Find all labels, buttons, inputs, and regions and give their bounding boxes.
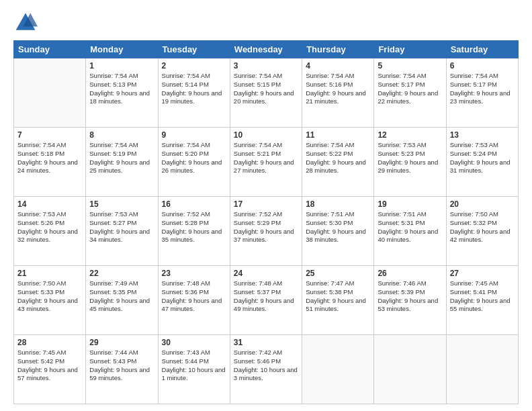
calendar-cell: 19Sunrise: 7:51 AMSunset: 5:31 PMDayligh… (374, 197, 446, 266)
day-number: 26 (378, 269, 442, 278)
day-number: 27 (450, 269, 515, 278)
sunset-text: Sunset: 5:37 PM (234, 288, 281, 295)
sunrise-text: Sunrise: 7:54 AM (89, 72, 138, 79)
sunset-text: Sunset: 5:23 PM (378, 150, 425, 157)
calendar-cell: 16Sunrise: 7:52 AMSunset: 5:28 PMDayligh… (158, 197, 230, 266)
daylight-text: Daylight: 9 hours and 40 minutes. (378, 228, 438, 244)
calendar-cell: 27Sunrise: 7:45 AMSunset: 5:41 PMDayligh… (446, 266, 518, 335)
day-header-friday: Friday (374, 41, 446, 58)
sunrise-text: Sunrise: 7:51 AM (378, 210, 426, 218)
day-number: 22 (89, 269, 154, 278)
day-number: 16 (162, 199, 226, 209)
sunset-text: Sunset: 5:18 PM (17, 150, 64, 157)
calendar-cell (14, 58, 86, 128)
sunset-text: Sunset: 5:38 PM (306, 288, 353, 295)
cell-content: Sunrise: 7:52 AMSunset: 5:28 PMDaylight:… (162, 210, 226, 244)
cell-content: Sunrise: 7:54 AMSunset: 5:13 PMDaylight:… (89, 72, 154, 106)
sunset-text: Sunset: 5:20 PM (162, 150, 209, 157)
daylight-text: Daylight: 9 hours and 34 minutes. (89, 228, 150, 244)
sunrise-text: Sunrise: 7:54 AM (378, 72, 426, 79)
calendar-cell: 24Sunrise: 7:48 AMSunset: 5:37 PMDayligh… (230, 266, 302, 335)
cell-content: Sunrise: 7:53 AMSunset: 5:26 PMDaylight:… (17, 210, 82, 244)
day-number: 4 (306, 61, 370, 71)
sunrise-text: Sunrise: 7:42 AM (234, 349, 282, 356)
sunrise-text: Sunrise: 7:46 AM (378, 279, 426, 287)
calendar-week-2: 7Sunrise: 7:54 AMSunset: 5:18 PMDaylight… (14, 128, 519, 197)
calendar-cell: 13Sunrise: 7:53 AMSunset: 5:24 PMDayligh… (446, 128, 518, 197)
calendar-cell (302, 335, 374, 404)
daylight-text: Daylight: 9 hours and 22 minutes. (378, 89, 438, 105)
cell-content: Sunrise: 7:51 AMSunset: 5:30 PMDaylight:… (306, 210, 370, 244)
daylight-text: Daylight: 9 hours and 19 minutes. (162, 89, 222, 105)
sunset-text: Sunset: 5:17 PM (378, 81, 425, 88)
cell-content: Sunrise: 7:54 AMSunset: 5:21 PMDaylight:… (234, 141, 298, 175)
sunrise-text: Sunrise: 7:48 AM (162, 279, 210, 287)
calendar-cell: 28Sunrise: 7:45 AMSunset: 5:42 PMDayligh… (14, 335, 86, 404)
calendar-cell: 8Sunrise: 7:54 AMSunset: 5:19 PMDaylight… (86, 128, 158, 197)
calendar-cell: 10Sunrise: 7:54 AMSunset: 5:21 PMDayligh… (230, 128, 302, 197)
sunset-text: Sunset: 5:31 PM (378, 219, 425, 226)
sunrise-text: Sunrise: 7:54 AM (450, 72, 498, 79)
day-number: 7 (17, 130, 82, 140)
day-number: 21 (17, 269, 82, 278)
calendar-cell: 23Sunrise: 7:48 AMSunset: 5:36 PMDayligh… (158, 266, 230, 335)
calendar-table: SundayMondayTuesdayWednesdayThursdayFrid… (13, 40, 519, 404)
day-header-tuesday: Tuesday (158, 41, 230, 58)
calendar-cell: 22Sunrise: 7:49 AMSunset: 5:35 PMDayligh… (86, 266, 158, 335)
day-number: 14 (17, 199, 82, 209)
sunset-text: Sunset: 5:16 PM (306, 81, 353, 88)
day-number: 19 (378, 199, 442, 209)
daylight-text: Daylight: 9 hours and 35 minutes. (162, 228, 222, 244)
day-number: 1 (89, 61, 154, 71)
sunrise-text: Sunrise: 7:50 AM (17, 279, 66, 287)
day-number: 30 (162, 338, 226, 347)
day-number: 28 (17, 338, 82, 347)
calendar-cell: 9Sunrise: 7:54 AMSunset: 5:20 PMDaylight… (158, 128, 230, 197)
sunset-text: Sunset: 5:36 PM (162, 288, 209, 295)
daylight-text: Daylight: 9 hours and 59 minutes. (89, 366, 150, 382)
calendar-cell: 18Sunrise: 7:51 AMSunset: 5:30 PMDayligh… (302, 197, 374, 266)
sunset-text: Sunset: 5:39 PM (378, 288, 425, 295)
sunset-text: Sunset: 5:22 PM (306, 150, 353, 157)
calendar-cell (446, 335, 518, 404)
calendar-week-1: 1Sunrise: 7:54 AMSunset: 5:13 PMDaylight… (14, 58, 519, 128)
sunset-text: Sunset: 5:15 PM (234, 81, 281, 88)
day-number: 11 (306, 130, 370, 140)
calendar-cell: 14Sunrise: 7:53 AMSunset: 5:26 PMDayligh… (14, 197, 86, 266)
cell-content: Sunrise: 7:54 AMSunset: 5:17 PMDaylight:… (378, 72, 442, 106)
calendar-cell: 4Sunrise: 7:54 AMSunset: 5:16 PMDaylight… (302, 58, 374, 128)
cell-content: Sunrise: 7:54 AMSunset: 5:22 PMDaylight:… (306, 141, 370, 175)
sunset-text: Sunset: 5:41 PM (450, 288, 497, 295)
sunset-text: Sunset: 5:44 PM (162, 357, 209, 365)
calendar-week-4: 21Sunrise: 7:50 AMSunset: 5:33 PMDayligh… (14, 266, 519, 335)
daylight-text: Daylight: 9 hours and 43 minutes. (17, 297, 78, 313)
sunrise-text: Sunrise: 7:54 AM (306, 72, 354, 79)
sunrise-text: Sunrise: 7:52 AM (234, 210, 282, 218)
sunrise-text: Sunrise: 7:54 AM (89, 141, 138, 148)
day-number: 13 (450, 130, 515, 140)
sunset-text: Sunset: 5:19 PM (89, 150, 136, 157)
daylight-text: Daylight: 9 hours and 24 minutes. (17, 158, 78, 175)
cell-content: Sunrise: 7:48 AMSunset: 5:37 PMDaylight:… (234, 279, 298, 314)
sunrise-text: Sunrise: 7:54 AM (162, 72, 210, 79)
calendar-cell (374, 335, 446, 404)
sunset-text: Sunset: 5:17 PM (450, 81, 497, 88)
sunrise-text: Sunrise: 7:54 AM (17, 141, 66, 148)
cell-content: Sunrise: 7:54 AMSunset: 5:19 PMDaylight:… (89, 141, 154, 175)
daylight-text: Daylight: 9 hours and 53 minutes. (378, 297, 438, 313)
sunrise-text: Sunrise: 7:53 AM (378, 141, 426, 148)
cell-content: Sunrise: 7:45 AMSunset: 5:42 PMDaylight:… (17, 349, 82, 383)
cell-content: Sunrise: 7:54 AMSunset: 5:16 PMDaylight:… (306, 72, 370, 106)
day-header-monday: Monday (86, 41, 158, 58)
cell-content: Sunrise: 7:50 AMSunset: 5:33 PMDaylight:… (17, 279, 82, 314)
cell-content: Sunrise: 7:46 AMSunset: 5:39 PMDaylight:… (378, 279, 442, 314)
header (13, 11, 519, 35)
sunrise-text: Sunrise: 7:53 AM (450, 141, 498, 148)
cell-content: Sunrise: 7:43 AMSunset: 5:44 PMDaylight:… (162, 349, 226, 383)
daylight-text: Daylight: 9 hours and 26 minutes. (162, 158, 222, 175)
day-header-sunday: Sunday (14, 41, 86, 58)
daylight-text: Daylight: 9 hours and 47 minutes. (162, 297, 222, 313)
calendar-cell: 12Sunrise: 7:53 AMSunset: 5:23 PMDayligh… (374, 128, 446, 197)
sunrise-text: Sunrise: 7:50 AM (450, 210, 498, 218)
cell-content: Sunrise: 7:52 AMSunset: 5:29 PMDaylight:… (234, 210, 298, 244)
